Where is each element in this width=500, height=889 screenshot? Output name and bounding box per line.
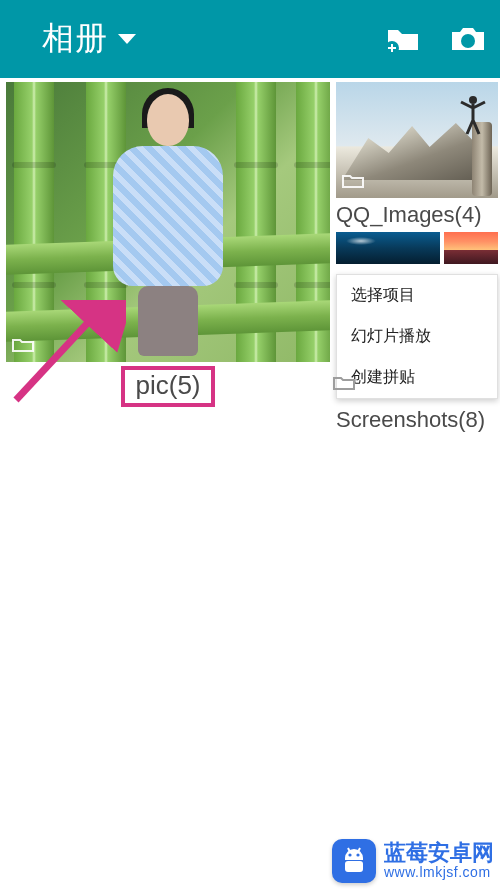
app-bar: 相册 [0,0,500,78]
menu-slideshow[interactable]: 幻灯片播放 [337,316,497,357]
folder-icon [12,336,34,356]
album-thumbnail [6,82,330,362]
svg-rect-6 [345,861,363,872]
strip-thumb [444,232,498,264]
svg-point-1 [461,34,475,48]
android-icon [339,846,369,876]
album-thumbnail [336,82,498,198]
album-grid: pic(5) QQ_Images(4) 选择项目 [0,78,500,437]
watermark-title: 蓝莓安卓网 [384,841,494,865]
svg-point-4 [348,853,351,856]
svg-point-2 [469,96,477,104]
strip-thumb [336,232,440,264]
album-qq-images[interactable]: QQ_Images(4) [336,82,498,264]
album-qq-label: QQ_Images(4) [336,202,498,228]
album-column-left: pic(5) [6,82,330,433]
app-title: 相册 [42,17,108,61]
watermark-text: 蓝莓安卓网 www.lmkjsf.com [384,841,494,881]
figure-icon [458,92,488,142]
menu-create-collage[interactable]: 创建拼贴 [337,357,497,398]
folder-icon [342,172,364,192]
context-menu: 选择项目 幻灯片播放 创建拼贴 [336,274,498,399]
album-pic-label-wrap: pic(5) [6,366,330,407]
svg-point-5 [356,853,359,856]
album-dropdown[interactable]: 相册 [42,17,136,61]
chevron-down-icon [118,34,136,44]
album-column-right: QQ_Images(4) 选择项目 幻灯片播放 创建拼贴 Screenshots… [336,82,498,433]
menu-select-items[interactable]: 选择项目 [337,275,497,316]
toolbar-actions [384,24,486,54]
album-pic[interactable] [6,82,330,362]
watermark-logo [332,839,376,883]
folder-icon [333,374,355,394]
camera-button[interactable] [450,24,486,54]
highlight-annotation: pic(5) [121,366,214,407]
watermark: 蓝莓安卓网 www.lmkjsf.com [332,839,494,883]
album-screenshots-label: Screenshots(8) [336,407,498,433]
new-folder-button[interactable] [384,24,422,54]
watermark-url: www.lmkjsf.com [384,865,494,880]
camera-icon [450,24,486,54]
folder-add-icon [384,24,422,54]
thumb-strip [336,232,498,264]
